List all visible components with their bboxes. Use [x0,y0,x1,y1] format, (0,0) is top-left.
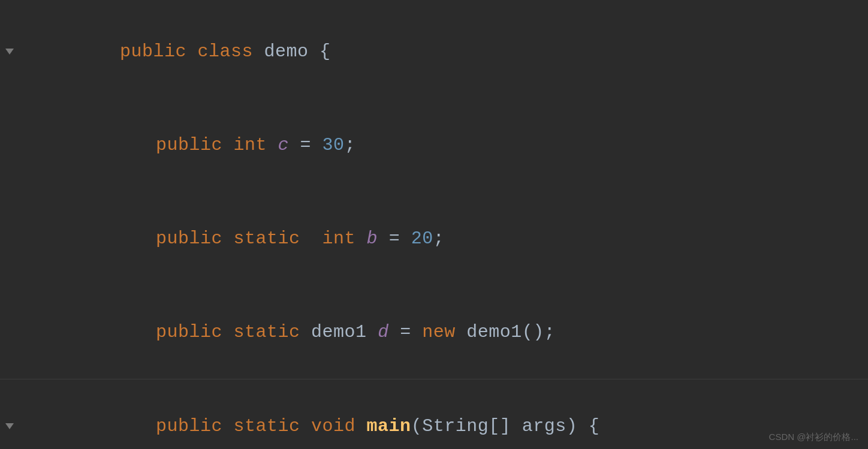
token: public [156,416,234,436]
token: public [156,322,234,342]
token: static [234,322,312,342]
token: = [389,322,423,342]
token: ; [345,135,356,155]
line-content-5: public static void main(String[] args) { [19,379,599,449]
token: c [278,135,290,155]
code-line-4: public static demo1 d = new demo1(); [0,285,868,379]
token: demo1(); [466,322,555,342]
token: = [378,228,411,249]
code-line-3: public static int b = 20; [0,192,868,285]
code-line-1: public class demo { [0,5,868,98]
token: public [120,41,198,62]
token: 20 [411,228,433,249]
line-content-2: public int c = 30; [19,98,355,192]
gutter-1 [0,49,19,55]
token: new [422,322,466,342]
token: class [198,41,264,62]
line-content-3: public static int b = 20; [19,192,444,285]
token: demo { [264,41,331,62]
gutter-5 [0,423,19,429]
token: b [367,228,378,249]
token: static [234,228,323,249]
token: = [289,135,323,155]
token: public [156,228,234,249]
code-line-2: public int c = 30; [0,98,868,192]
token: demo1 [311,322,378,342]
token: int [234,135,278,155]
token: d [378,322,389,342]
token: static [234,416,312,436]
token: void [311,416,367,436]
watermark: CSDN @衬衫的价格... [769,432,858,443]
token: int [323,228,367,249]
code-container: public class demo { public int c = 30; p… [0,0,868,449]
token: ; [433,228,445,249]
token: public [156,135,234,155]
code-editor: public class demo { public int c = 30; p… [0,0,868,449]
line-content-4: public static demo1 d = new demo1(); [19,285,555,379]
line-content-1: public class demo { [19,5,331,98]
token: 30 [323,135,345,155]
token: main [367,416,411,436]
code-line-5: public static void main(String[] args) { [0,379,868,449]
token: (String[] args) { [411,416,600,436]
fold-arrow-1[interactable] [5,49,14,55]
fold-arrow-5[interactable] [5,423,14,429]
